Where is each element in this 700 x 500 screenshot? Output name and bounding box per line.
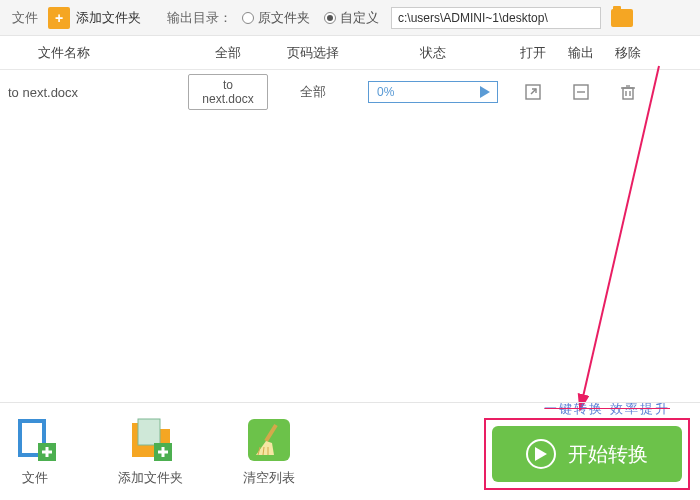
start-convert-button[interactable]: 开始转换 — [492, 426, 682, 482]
col-status: 状态 — [358, 44, 508, 62]
clear-list-button[interactable]: 清空列表 — [243, 417, 295, 487]
play-circle-icon — [526, 439, 556, 469]
add-folder-icon[interactable]: + — [48, 7, 70, 29]
file-list: to next.docx to next.docx 全部 0% — [0, 70, 700, 390]
broom-icon — [246, 417, 292, 463]
filename-cell: to next.docx — [8, 85, 188, 100]
radio-icon — [242, 12, 254, 24]
radio-original-folder[interactable]: 原文件夹 — [242, 9, 310, 27]
clear-list-label: 清空列表 — [243, 469, 295, 487]
remove-button[interactable] — [603, 83, 653, 101]
status-cell: 0% — [358, 81, 508, 103]
svg-rect-4 — [623, 88, 633, 99]
format-badge[interactable]: to next.docx — [188, 74, 268, 110]
col-open: 打开 — [508, 44, 558, 62]
radio-icon — [324, 12, 336, 24]
add-folder-label[interactable]: 添加文件夹 — [76, 9, 141, 27]
col-filename: 文件名称 — [8, 44, 188, 62]
progress-bar[interactable]: 0% — [368, 81, 498, 103]
open-button[interactable] — [508, 83, 558, 101]
play-icon[interactable] — [473, 82, 497, 102]
col-all: 全部 — [188, 44, 268, 62]
table-row: to next.docx to next.docx 全部 0% — [0, 70, 700, 114]
col-output: 输出 — [558, 44, 603, 62]
table-header: 文件名称 全部 页码选择 状态 打开 输出 移除 — [0, 36, 700, 70]
file-add-icon — [12, 417, 58, 463]
radio-custom-label: 自定义 — [340, 9, 379, 27]
col-page: 页码选择 — [268, 44, 358, 62]
svg-rect-18 — [138, 419, 160, 445]
svg-marker-0 — [480, 86, 490, 98]
add-folder-button[interactable]: 添加文件夹 — [118, 417, 183, 487]
progress-percent: 0% — [369, 85, 473, 99]
output-button[interactable] — [558, 83, 603, 101]
output-path-input[interactable] — [391, 7, 601, 29]
file-menu-label[interactable]: 文件 — [8, 9, 42, 27]
col-remove: 移除 — [603, 44, 653, 62]
radio-original-label: 原文件夹 — [258, 9, 310, 27]
top-toolbar: 文件 + 添加文件夹 输出目录： 原文件夹 自定义 — [0, 0, 700, 36]
start-button-highlight: 开始转换 — [484, 418, 690, 490]
browse-folder-icon[interactable] — [611, 9, 633, 27]
output-dir-radio-group: 原文件夹 自定义 — [242, 9, 379, 27]
output-dir-label: 输出目录： — [167, 9, 232, 27]
add-folder-label-bottom: 添加文件夹 — [118, 469, 183, 487]
svg-marker-28 — [535, 447, 547, 461]
start-label: 开始转换 — [568, 441, 648, 468]
page-select-cell[interactable]: 全部 — [268, 83, 358, 101]
folder-add-icon — [128, 417, 174, 463]
add-file-label: 文件 — [22, 469, 48, 487]
radio-custom-folder[interactable]: 自定义 — [324, 9, 379, 27]
add-file-button[interactable]: 文件 — [12, 417, 58, 487]
